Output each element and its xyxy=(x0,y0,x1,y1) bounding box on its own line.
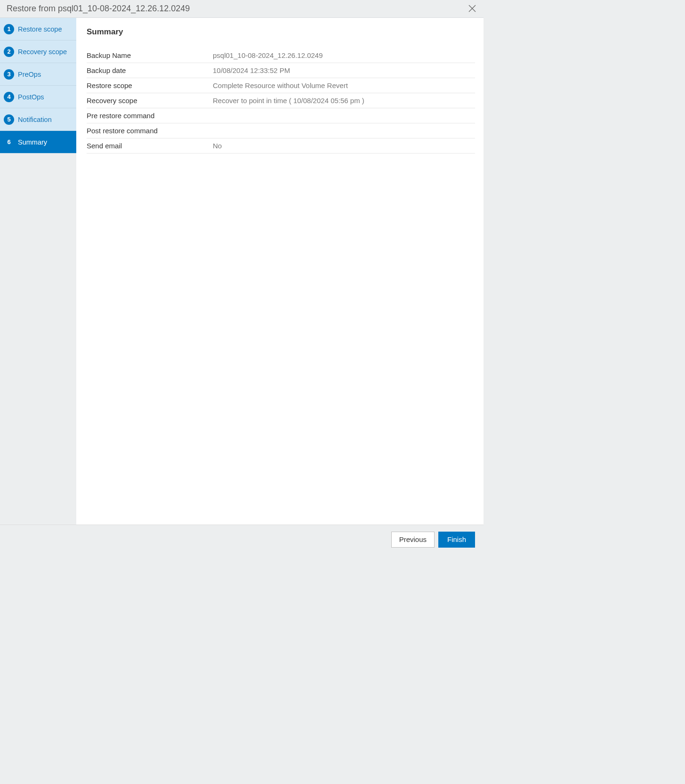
step-number: 1 xyxy=(4,24,14,34)
step-number: 6 xyxy=(4,137,14,147)
step-recovery-scope[interactable]: 2 Recovery scope xyxy=(0,40,76,63)
row-value: Recover to point in time ( 10/08/2024 05… xyxy=(213,94,475,107)
page-heading: Summary xyxy=(87,27,475,37)
row-value: 10/08/2024 12:33:52 PM xyxy=(213,64,475,77)
row-value: Complete Resource without Volume Revert xyxy=(213,79,475,92)
step-label: Recovery scope xyxy=(18,48,67,56)
row-label: Restore scope xyxy=(87,79,213,92)
step-label: Notification xyxy=(18,116,52,123)
row-value: psql01_10-08-2024_12.26.12.0249 xyxy=(213,49,475,62)
previous-button[interactable]: Previous xyxy=(391,532,435,548)
row-value: No xyxy=(213,139,475,152)
dialog-title: Restore from psql01_10-08-2024_12.26.12.… xyxy=(7,4,190,14)
step-label: PostOps xyxy=(18,93,44,101)
step-label: Restore scope xyxy=(18,25,62,33)
summary-row-pre-restore-command: Pre restore command xyxy=(87,108,475,123)
row-label: Send email xyxy=(87,139,213,152)
main-content: Summary Backup Name psql01_10-08-2024_12… xyxy=(76,18,484,525)
step-number: 3 xyxy=(4,69,14,80)
step-notification[interactable]: 5 Notification xyxy=(0,108,76,131)
row-label: Backup date xyxy=(87,64,213,77)
titlebar: Restore from psql01_10-08-2024_12.26.12.… xyxy=(0,0,484,18)
step-postops[interactable]: 4 PostOps xyxy=(0,86,76,108)
step-number: 2 xyxy=(4,47,14,57)
row-value xyxy=(213,113,475,118)
row-label: Recovery scope xyxy=(87,94,213,107)
row-label: Backup Name xyxy=(87,49,213,62)
row-value xyxy=(213,129,475,133)
summary-row-restore-scope: Restore scope Complete Resource without … xyxy=(87,78,475,93)
close-icon[interactable] xyxy=(467,2,478,16)
step-label: Summary xyxy=(18,138,47,146)
step-number: 5 xyxy=(4,114,14,125)
step-number: 4 xyxy=(4,92,14,102)
step-restore-scope[interactable]: 1 Restore scope xyxy=(0,18,76,40)
step-label: PreOps xyxy=(18,71,41,78)
wizard-sidebar: 1 Restore scope 2 Recovery scope 3 PreOp… xyxy=(0,18,76,525)
summary-row-recovery-scope: Recovery scope Recover to point in time … xyxy=(87,93,475,108)
step-summary[interactable]: 6 Summary xyxy=(0,131,76,154)
step-preops[interactable]: 3 PreOps xyxy=(0,63,76,86)
summary-row-backup-date: Backup date 10/08/2024 12:33:52 PM xyxy=(87,63,475,78)
wizard-footer: Previous Finish xyxy=(0,525,484,554)
summary-row-send-email: Send email No xyxy=(87,138,475,154)
row-label: Post restore command xyxy=(87,124,213,137)
row-label: Pre restore command xyxy=(87,109,213,122)
summary-row-backup-name: Backup Name psql01_10-08-2024_12.26.12.0… xyxy=(87,48,475,63)
finish-button[interactable]: Finish xyxy=(438,532,475,548)
summary-row-post-restore-command: Post restore command xyxy=(87,123,475,138)
